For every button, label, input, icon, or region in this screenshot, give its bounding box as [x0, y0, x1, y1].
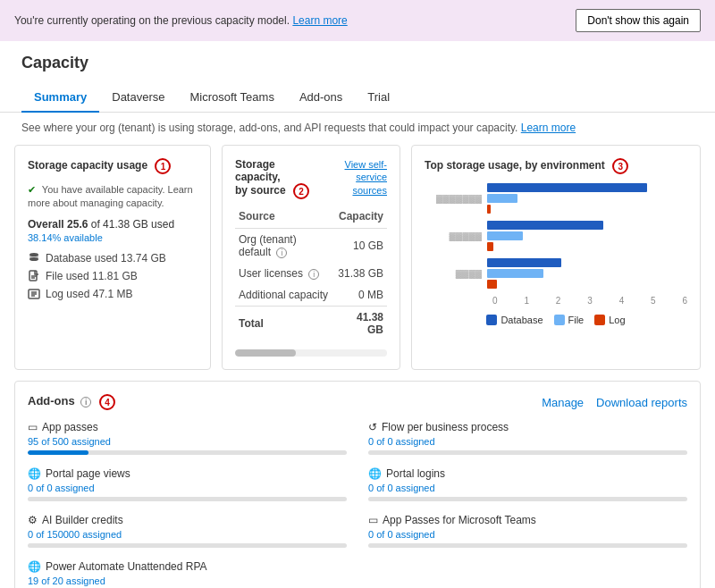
- source-label-total: Total: [235, 307, 334, 341]
- addon-item-ai-builder: ⚙ AI Builder credits 0 of 150000 assigne…: [28, 514, 347, 548]
- view-self-service-link[interactable]: View self-servicesources: [318, 158, 387, 197]
- bar-log-env3: [487, 280, 497, 289]
- storage-usage-card: Storage capacity usage 1 ✔ You have avai…: [14, 145, 211, 370]
- file-icon: [28, 270, 40, 282]
- addon-icon-portal-logins: 🌐: [368, 467, 382, 480]
- chart-area: ▓▓▓▓▓▓▓ ▓▓▓▓▓ ▓▓▓▓: [425, 183, 687, 325]
- source-title-block: Storage capacity,by source 2: [235, 158, 318, 199]
- source-row-org: Org (tenant) default i 10 GB: [235, 229, 387, 264]
- chart-label-env1: ▓▓▓▓▓▓▓: [425, 194, 487, 204]
- addon-name-ai-builder: ⚙ AI Builder credits: [28, 514, 347, 526]
- page-title: Capacity: [21, 54, 694, 72]
- banner: You're currently operating on the previo…: [0, 0, 715, 41]
- addon-assigned-portal-logins: 0 of 0 assigned: [368, 483, 687, 493]
- chart-label-env3: ▓▓▓▓: [425, 269, 487, 279]
- addon-name-app-passes: ▭ App passes: [28, 421, 347, 433]
- addon-assigned-flow-business: 0 of 0 assigned: [368, 436, 687, 447]
- source-row-user: User licenses i 31.38 GB: [235, 263, 387, 284]
- bar-file-env2: [487, 231, 523, 240]
- legend-label-log: Log: [609, 315, 625, 325]
- info-icon-addons[interactable]: i: [80, 397, 91, 407]
- storage-usage-title: Storage capacity usage 1: [28, 158, 198, 174]
- addon-bar-track-portal-logins: [368, 497, 687, 501]
- capacity-value-org: 10 GB: [334, 229, 387, 264]
- capacity-value-user: 31.38 GB: [334, 263, 387, 284]
- available-pct: 38.14% available: [28, 232, 198, 243]
- tab-summary[interactable]: Summary: [21, 83, 99, 113]
- manage-link[interactable]: Manage: [542, 396, 584, 409]
- sub-heading-learn-more[interactable]: Learn more: [521, 122, 576, 134]
- addon-icon-portal-views: 🌐: [28, 467, 41, 480]
- tab-add-ons[interactable]: Add-ons: [287, 83, 355, 113]
- tabs-bar: Summary Dataverse Microsoft Teams Add-on…: [0, 83, 715, 113]
- x-label-0: 0: [492, 296, 498, 306]
- tab-microsoft-teams[interactable]: Microsoft Teams: [178, 83, 287, 113]
- addons-title: Add-ons i 4: [28, 394, 115, 410]
- source-title-text: Storage capacity,by source 2: [235, 158, 318, 199]
- source-col-header: Source: [235, 208, 334, 229]
- chart-row-env2: ▓▓▓▓▓: [425, 221, 687, 251]
- legend-log: Log: [594, 315, 625, 325]
- dont-show-again-button[interactable]: Don't show this again: [576, 9, 701, 32]
- storage-source-card: Storage capacity,by source 2 View self-s…: [222, 145, 400, 370]
- legend-dot-database: [486, 315, 497, 325]
- scroll-bar[interactable]: [235, 349, 387, 357]
- x-label-2: 2: [556, 296, 561, 306]
- addon-icon-power-automate: 🌐: [28, 560, 41, 573]
- addons-actions: Manage Download reports: [542, 396, 687, 409]
- addons-left-col: ▭ App passes 95 of 500 assigned 🌐 Portal…: [28, 421, 347, 588]
- tab-trial[interactable]: Trial: [355, 83, 402, 113]
- bar-log-env1: [487, 205, 491, 214]
- addon-bar-track-app-passes-teams: [368, 543, 687, 548]
- storage-usage-title-text: Storage capacity usage: [28, 159, 147, 172]
- avail-msg-text: You have available capacity. Learn more …: [28, 184, 193, 208]
- legend-label-database: Database: [500, 315, 543, 325]
- banner-learn-more-link[interactable]: Learn more: [292, 14, 347, 27]
- addon-name-app-passes-teams: ▭ App Passes for Microsoft Teams: [368, 514, 687, 526]
- usage-item-database: Database used 13.74 GB: [28, 252, 198, 265]
- log-icon: [28, 288, 40, 300]
- download-reports-link[interactable]: Download reports: [596, 396, 687, 409]
- chart-x-axis: 0 1 2 3 4 5 6: [492, 296, 687, 306]
- page-header: Capacity: [0, 41, 715, 72]
- info-icon-user[interactable]: i: [308, 269, 319, 280]
- bar-file-env1: [487, 194, 517, 203]
- bar-db-env1: [487, 183, 647, 192]
- source-table: Source Capacity Org (tenant) default i 1…: [235, 208, 387, 340]
- addon-assigned-portal-views: 0 of 0 assigned: [28, 483, 347, 493]
- addon-assigned-power-automate: 19 of 20 assigned: [28, 575, 347, 586]
- chart-bars-env3: [487, 258, 687, 289]
- source-label-additional: Additional capacity: [235, 284, 334, 307]
- addon-bar-track-ai-builder: [28, 543, 347, 548]
- source-label-org: Org (tenant) default i: [235, 229, 334, 264]
- capacity-value-total: 41.38 GB: [334, 307, 387, 341]
- usage-item-log: Log used 47.1 MB: [28, 288, 198, 300]
- sub-heading: See where your org (tenant) is using sto…: [0, 113, 715, 145]
- legend-dot-file: [554, 315, 565, 325]
- addon-icon-app-passes-teams: ▭: [368, 514, 378, 526]
- addon-item-power-automate: 🌐 Power Automate Unattended RPA 19 of 20…: [28, 560, 347, 588]
- chart-row-env1: ▓▓▓▓▓▓▓: [425, 183, 687, 214]
- addons-grid: ▭ App passes 95 of 500 assigned 🌐 Portal…: [28, 421, 687, 588]
- addon-name-flow-business: ↺ Flow per business process: [368, 421, 687, 433]
- chart-bars-env2: [487, 221, 687, 251]
- x-label-3: 3: [587, 296, 593, 306]
- legend-label-file: File: [568, 315, 585, 325]
- overall-text: Overall 25.6 of 41.38 GB used: [28, 218, 198, 231]
- addon-icon-flow-business: ↺: [368, 421, 377, 433]
- addons-badge: 4: [99, 394, 115, 410]
- storage-usage-badge: 1: [155, 158, 171, 174]
- scroll-thumb: [235, 349, 296, 357]
- check-icon: ✔: [28, 184, 36, 195]
- info-icon-org[interactable]: i: [276, 248, 287, 258]
- svg-point-2: [29, 257, 38, 261]
- addon-item-flow-business: ↺ Flow per business process 0 of 0 assig…: [368, 421, 687, 455]
- addon-bar-track-portal-views: [28, 497, 347, 501]
- legend-dot-log: [594, 315, 605, 325]
- bar-file-env3: [487, 269, 543, 278]
- bar-log-env2: [487, 242, 493, 251]
- banner-message: You're currently operating on the previo…: [14, 14, 290, 27]
- addons-header: Add-ons i 4 Manage Download reports: [28, 394, 687, 410]
- addon-bar-track-app-passes: [28, 450, 347, 455]
- tab-dataverse[interactable]: Dataverse: [99, 83, 177, 113]
